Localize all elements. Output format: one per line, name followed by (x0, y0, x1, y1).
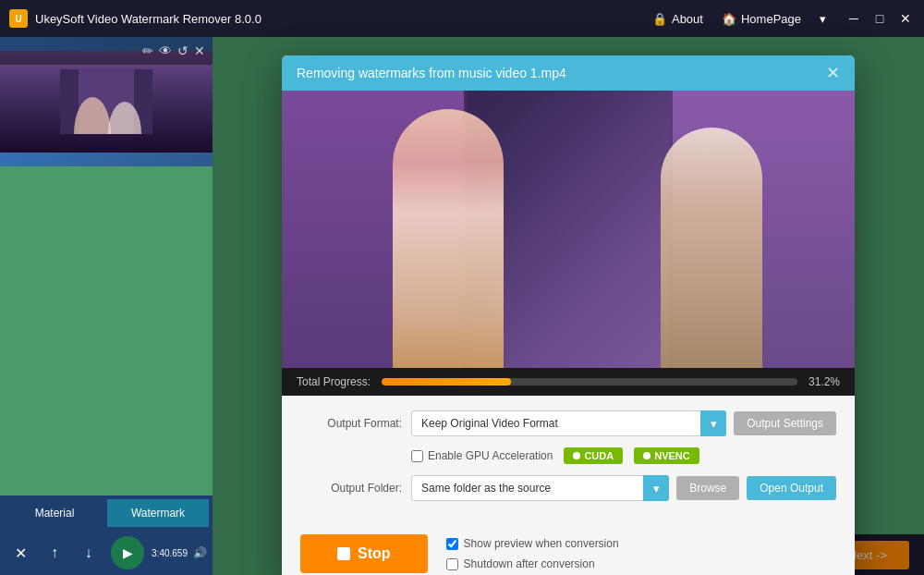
show-preview-label: Show preview when conversion (464, 537, 619, 550)
move-up-button[interactable]: ↑ (40, 539, 70, 567)
home-icon: 🏠 (722, 12, 736, 26)
modal-overlay: Removing watermarks from music video 1.m… (213, 37, 924, 575)
show-preview-checkbox[interactable] (446, 538, 458, 550)
cuda-label: CUDA (584, 450, 614, 461)
pencil-icon[interactable]: ✏ (142, 43, 153, 58)
move-down-button[interactable]: ↓ (73, 539, 103, 567)
x-icon: ✕ (15, 544, 27, 562)
progress-label: Total Progress: (297, 375, 371, 388)
video-preview-area (282, 91, 855, 368)
output-format-select[interactable]: Keep Original Video Format (411, 410, 726, 436)
time-display: 3:40.659 (152, 548, 188, 558)
delete-button[interactable]: ✕ (6, 539, 36, 568)
sidebar-action-bar: ✕ ↑ ↓ ▶ 3:40.659 🔊 (0, 531, 213, 575)
stop-label: Stop (358, 545, 391, 562)
video-background (282, 91, 855, 368)
figure-right-graphic (661, 128, 762, 368)
sidebar-green-area (0, 166, 213, 495)
play-icon: ▶ (123, 545, 133, 560)
modal-title: Removing watermarks from music video 1.m… (297, 66, 566, 80)
tab-material[interactable]: Material (4, 499, 105, 527)
modal-actions: Stop Show preview when conversion Shutdo… (282, 527, 855, 575)
about-label: About (672, 12, 703, 26)
homepage-nav-item[interactable]: 🏠 HomePage (722, 12, 801, 26)
main-layout: ✏ 👁 ↺ ✕ Material Wa (0, 37, 924, 575)
progress-section: Total Progress: 31.2% (282, 368, 855, 396)
play-button[interactable]: ▶ (111, 536, 144, 569)
output-folder-select[interactable]: Same folder as the source (411, 475, 669, 501)
gpu-acceleration-text: Enable GPU Acceleration (428, 449, 553, 462)
open-output-button[interactable]: Open Output (747, 476, 836, 500)
tab-watermark[interactable]: Watermark (107, 499, 209, 527)
modal-body: Output Format: Keep Original Video Forma… (282, 396, 855, 527)
sidebar-tabs: Material Watermark (0, 495, 213, 531)
refresh-icon[interactable]: ↺ (177, 43, 188, 58)
progress-bar-fill (382, 378, 511, 385)
browse-button[interactable]: Browse (676, 476, 739, 500)
about-nav-item[interactable]: 🔒 About (652, 12, 703, 26)
conversion-modal: Removing watermarks from music video 1.m… (282, 55, 855, 575)
nvenc-label: NVENC (654, 450, 690, 461)
progress-percent: 31.2% (808, 375, 840, 388)
stop-button[interactable]: Stop (300, 534, 428, 573)
close-button[interactable]: ✕ (896, 9, 915, 28)
output-format-label: Output Format: (300, 417, 402, 430)
conversion-options: Show preview when conversion Shutdown af… (446, 537, 619, 570)
chevron-down-icon: ▾ (820, 12, 826, 26)
volume-icon[interactable]: 🔊 (193, 546, 207, 559)
close-icon[interactable]: ✕ (194, 43, 205, 58)
shutdown-option[interactable]: Shutdown after conversion (446, 557, 619, 570)
output-folder-controls: Same folder as the source ▾ Browse Open … (411, 475, 836, 501)
figure-left-graphic (393, 109, 504, 368)
output-folder-select-wrapper: Same folder as the source ▾ (411, 475, 669, 501)
cuda-dot (573, 452, 580, 459)
sidebar: ✏ 👁 ↺ ✕ Material Wa (0, 37, 213, 575)
gpu-acceleration-checkbox[interactable] (411, 450, 423, 462)
progress-bar-container (382, 378, 797, 385)
up-arrow-icon: ↑ (51, 544, 58, 561)
titlebar: U UkeySoft Video Watermark Remover 8.0.0… (0, 0, 924, 37)
stop-icon (337, 547, 350, 560)
nvenc-dot (643, 452, 650, 459)
modal-header: Removing watermarks from music video 1.m… (282, 55, 855, 91)
cuda-badge[interactable]: CUDA (564, 447, 623, 464)
maximize-button[interactable]: □ (870, 9, 889, 28)
output-folder-row: Output Folder: Same folder as the source… (300, 475, 836, 501)
nvenc-badge[interactable]: NVENC (634, 447, 699, 464)
thumbnail-graphic (60, 69, 152, 134)
output-format-select-wrapper: Keep Original Video Format ▾ (411, 410, 726, 436)
gpu-acceleration-label[interactable]: Enable GPU Acceleration (411, 449, 553, 462)
output-format-row: Output Format: Keep Original Video Forma… (300, 410, 836, 436)
minimize-button[interactable]: ─ (845, 9, 863, 28)
main-content-area: Removing watermarks from music video 1.m… (213, 37, 924, 575)
output-format-controls: Keep Original Video Format ▾ Output Sett… (411, 410, 836, 436)
lock-icon: 🔒 (652, 12, 667, 26)
eye-icon[interactable]: 👁 (159, 43, 172, 58)
app-logo: U (9, 9, 28, 28)
modal-close-button[interactable]: ✕ (826, 65, 840, 81)
down-arrow-icon: ↓ (85, 544, 92, 561)
show-preview-option[interactable]: Show preview when conversion (446, 537, 619, 550)
app-title: UkeySoft Video Watermark Remover 8.0.0 (35, 12, 652, 26)
sidebar-thumbnail: ✏ 👁 ↺ ✕ (0, 37, 213, 166)
sidebar-thumb-overlay: ✏ 👁 ↺ ✕ (0, 37, 213, 65)
shutdown-label: Shutdown after conversion (464, 557, 595, 570)
gpu-acceleration-row: Enable GPU Acceleration CUDA NVENC (300, 447, 836, 464)
homepage-label: HomePage (741, 12, 801, 26)
window-controls: ─ □ ✕ (845, 9, 915, 28)
titlebar-nav: 🔒 About 🏠 HomePage ▾ (652, 12, 826, 26)
video-thumbnail (0, 51, 213, 153)
output-settings-button[interactable]: Output Settings (734, 411, 836, 435)
dropdown-arrow[interactable]: ▾ (820, 12, 826, 26)
shutdown-checkbox[interactable] (446, 558, 458, 570)
output-folder-label: Output Folder: (300, 482, 402, 495)
